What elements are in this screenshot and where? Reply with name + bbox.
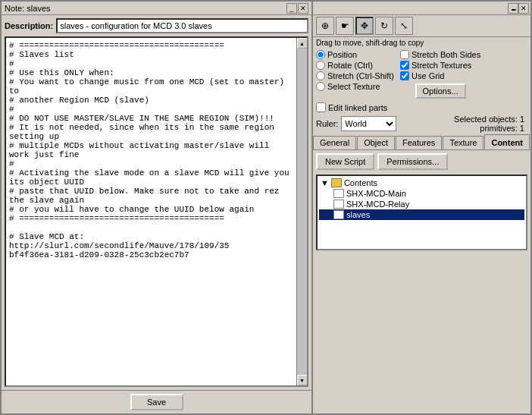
radio-group: Position Rotate (Ctrl) Stretch (Ctrl-Shi… xyxy=(316,50,394,100)
note-title: Note: slaves xyxy=(5,4,51,13)
tab-object[interactable]: Object xyxy=(357,136,395,149)
ruler-row: Ruler: World Local Reference Selected ob… xyxy=(313,113,530,134)
stretch-both-label: Stretch Both Sides xyxy=(412,50,480,59)
content-area: New Script Permissions... ▼ Contents SHX… xyxy=(313,150,530,413)
right-minimize-button[interactable]: 🗕 xyxy=(508,3,518,14)
tree-item-contents[interactable]: ▼ Contents xyxy=(319,178,524,188)
tabs-row: General Object Features Texture Content xyxy=(313,134,530,150)
left-panel: Note: slaves _ ✕ Description: # ========… xyxy=(2,2,313,413)
focus-icon[interactable]: ⊕ xyxy=(316,17,334,35)
select-texture-label: Select Texture xyxy=(327,82,380,91)
selected-info: Selected objects: 1 primitives: 1 xyxy=(454,115,527,133)
toolbar-row: ⊕ ☛ ✥ ↻ ⤡ xyxy=(313,15,530,37)
drag-hint: Drag to move, shift-drag to copy xyxy=(313,37,530,49)
mid-row: Position Rotate (Ctrl) Stretch (Ctrl-Shi… xyxy=(313,49,530,134)
description-row: Description: xyxy=(2,15,311,36)
right-panel: 🗕 ✕ ⊕ ☛ ✥ ↻ ⤡ Drag to move, shift-drag t… xyxy=(313,2,530,413)
select-texture-radio[interactable]: Select Texture xyxy=(316,82,394,91)
scroll-track[interactable] xyxy=(297,49,307,375)
ruler-select[interactable]: World Local Reference xyxy=(341,116,396,131)
resize-icon[interactable]: ⤡ xyxy=(395,17,413,35)
script-textarea-container: # ======================================… xyxy=(5,36,308,387)
position-label: Position xyxy=(327,50,357,59)
minimize-button[interactable]: _ xyxy=(286,3,297,14)
tab-texture[interactable]: Texture xyxy=(443,136,483,149)
tree-item-label-slaves: slaves xyxy=(346,210,370,219)
tree-contents-label: Contents xyxy=(344,178,377,187)
tree-item-label-relay: SHX-MCD-Relay xyxy=(346,200,409,209)
move-icon[interactable]: ✥ xyxy=(355,17,374,35)
new-script-button[interactable]: New Script xyxy=(316,153,374,170)
rotate-radio[interactable]: Rotate (Ctrl) xyxy=(316,61,394,70)
rotate-icon[interactable]: ↻ xyxy=(375,17,393,35)
tab-content[interactable]: Content xyxy=(484,134,530,149)
edit-linked-label: Edit linked parts xyxy=(328,103,387,112)
use-grid-checkbox[interactable]: Use Grid xyxy=(400,71,480,80)
stretch-both-checkbox[interactable]: Stretch Both Sides xyxy=(400,50,480,59)
description-input[interactable] xyxy=(56,18,308,33)
selected-primitives-text: primitives: 1 xyxy=(454,124,524,133)
scroll-down-button[interactable]: ▼ xyxy=(297,375,308,385)
action-buttons-row: New Script Permissions... xyxy=(316,153,527,170)
right-titlebar: 🗕 ✕ xyxy=(313,2,530,15)
stretch-textures-label: Stretch Textures xyxy=(412,61,471,70)
folder-expand-icon: ▼ xyxy=(321,178,329,187)
hand-icon[interactable]: ☛ xyxy=(336,17,354,35)
checkbox-group: Stretch Both Sides Stretch Textures Use … xyxy=(400,50,480,100)
position-radio[interactable]: Position xyxy=(316,50,394,59)
description-label: Description: xyxy=(5,21,53,30)
save-bar: Save xyxy=(2,390,311,413)
edit-linked-checkbox[interactable] xyxy=(316,102,326,112)
scrollbar-vertical[interactable]: ▲ ▼ xyxy=(296,38,307,385)
tab-features[interactable]: Features xyxy=(396,136,442,149)
save-button[interactable]: Save xyxy=(130,394,183,410)
permissions-button[interactable]: Permissions... xyxy=(377,153,448,170)
tree-item-shx-relay[interactable]: SHX-MCD-Relay xyxy=(319,199,524,209)
stretch-shift-label: Stretch (Ctrl-Shift) xyxy=(327,71,394,80)
tree-container: ▼ Contents SHX-MCD-Main SHX-MCD-Relay xyxy=(316,174,527,250)
stretch-textures-checkbox[interactable]: Stretch Textures xyxy=(400,61,480,70)
right-close-button[interactable]: ✕ xyxy=(518,3,529,14)
scroll-up-button[interactable]: ▲ xyxy=(297,38,308,49)
tab-general[interactable]: General xyxy=(313,136,356,149)
left-options: Position Rotate (Ctrl) Stretch (Ctrl-Shi… xyxy=(313,49,530,134)
selected-objects-text: Selected objects: 1 xyxy=(454,115,524,124)
note-titlebar: Note: slaves _ ✕ xyxy=(2,2,311,15)
use-grid-label: Use Grid xyxy=(412,71,444,80)
tree-item-shx-main[interactable]: SHX-MCD-Main xyxy=(319,188,524,199)
stretch-radio[interactable]: Stretch (Ctrl-Shift) xyxy=(316,71,394,80)
titlebar-buttons: _ ✕ xyxy=(286,3,308,14)
tree-item-label-main: SHX-MCD-Main xyxy=(346,189,406,198)
rotate-label: Rotate (Ctrl) xyxy=(327,61,373,70)
tree-item-slaves[interactable]: slaves xyxy=(319,209,524,220)
script-icon-relay xyxy=(333,200,344,209)
options-area: Position Rotate (Ctrl) Stretch (Ctrl-Shi… xyxy=(313,49,530,102)
folder-icon xyxy=(331,178,342,187)
script-icon-slaves xyxy=(333,210,344,219)
close-button[interactable]: ✕ xyxy=(298,3,308,14)
ruler-label: Ruler: xyxy=(316,119,338,128)
script-icon-main xyxy=(333,189,344,198)
options-button[interactable]: Options... xyxy=(415,83,466,99)
script-textarea[interactable]: # ======================================… xyxy=(6,38,296,385)
edit-linked-row[interactable]: Edit linked parts xyxy=(313,102,530,113)
